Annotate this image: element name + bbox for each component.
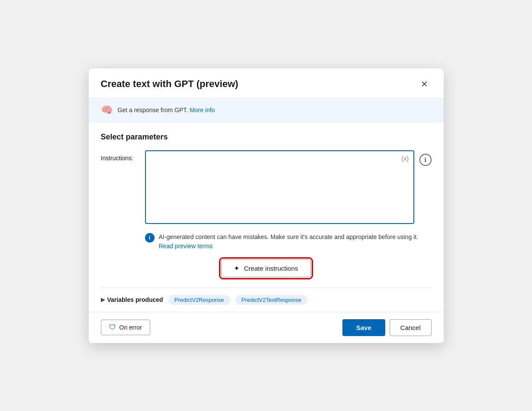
cancel-button[interactable]: Cancel bbox=[390, 319, 432, 336]
instructions-field-row: Instructions: {x} ℹ bbox=[101, 150, 432, 226]
footer-right: Save Cancel bbox=[342, 319, 432, 336]
dialog-body: Select parameters Instructions: {x} ℹ i … bbox=[89, 122, 444, 312]
more-info-link[interactable]: More info bbox=[190, 107, 215, 113]
instructions-input[interactable] bbox=[145, 150, 414, 224]
section-title: Select parameters bbox=[101, 133, 432, 142]
read-preview-terms-link[interactable]: Read preview terms bbox=[159, 243, 213, 249]
brain-icon: 🧠 bbox=[101, 104, 113, 116]
banner-text-content: Get a response from GPT. bbox=[118, 107, 188, 113]
variables-label: Variables produced bbox=[107, 296, 163, 303]
create-instructions-button[interactable]: ✦ Create instructions bbox=[221, 259, 310, 277]
variables-row: ▶ Variables produced PredictV2Response P… bbox=[101, 288, 432, 312]
info-icon[interactable]: ℹ bbox=[419, 154, 432, 166]
on-error-label: On error bbox=[119, 324, 142, 331]
save-button[interactable]: Save bbox=[342, 319, 385, 336]
variable-button[interactable]: {x} bbox=[400, 154, 411, 163]
dialog-header: Create text with GPT (preview) ✕ bbox=[89, 68, 444, 98]
ai-disclaimer: i AI-generated content can have mistakes… bbox=[145, 233, 432, 251]
ai-info-dot: i bbox=[145, 233, 155, 243]
create-text-dialog: Create text with GPT (preview) ✕ 🧠 Get a… bbox=[89, 68, 444, 343]
chevron-icon: ▶ bbox=[101, 297, 105, 303]
shield-icon: 🛡 bbox=[109, 324, 116, 331]
sparkle-icon: ✦ bbox=[234, 264, 239, 272]
ai-disclaimer-text: AI-generated content can have mistakes. … bbox=[159, 233, 432, 251]
variable-chip-1: PredictV2Response bbox=[168, 295, 230, 305]
variable-chip-2: PredictV2TextResponse bbox=[235, 295, 308, 305]
banner-text: Get a response from GPT. More info bbox=[118, 107, 215, 113]
on-error-button[interactable]: 🛡 On error bbox=[101, 320, 150, 335]
create-button-wrapper: ✦ Create instructions bbox=[101, 259, 432, 277]
variables-toggle-button[interactable]: ▶ Variables produced bbox=[101, 296, 163, 303]
dialog-footer: 🛡 On error Save Cancel bbox=[89, 312, 444, 343]
textarea-wrapper: {x} bbox=[145, 150, 414, 226]
instructions-label: Instructions: bbox=[101, 150, 140, 162]
title-prefix: Create text with GPT bbox=[101, 78, 194, 89]
create-instructions-label: Create instructions bbox=[244, 265, 298, 272]
title-bold: (preview) bbox=[197, 78, 239, 89]
info-icon-label: ℹ bbox=[424, 156, 426, 163]
ai-disclaimer-content: AI-generated content can have mistakes. … bbox=[159, 233, 419, 240]
close-button[interactable]: ✕ bbox=[418, 77, 432, 91]
info-banner: 🧠 Get a response from GPT. More info bbox=[89, 98, 444, 122]
dialog-title: Create text with GPT (preview) bbox=[101, 78, 239, 90]
